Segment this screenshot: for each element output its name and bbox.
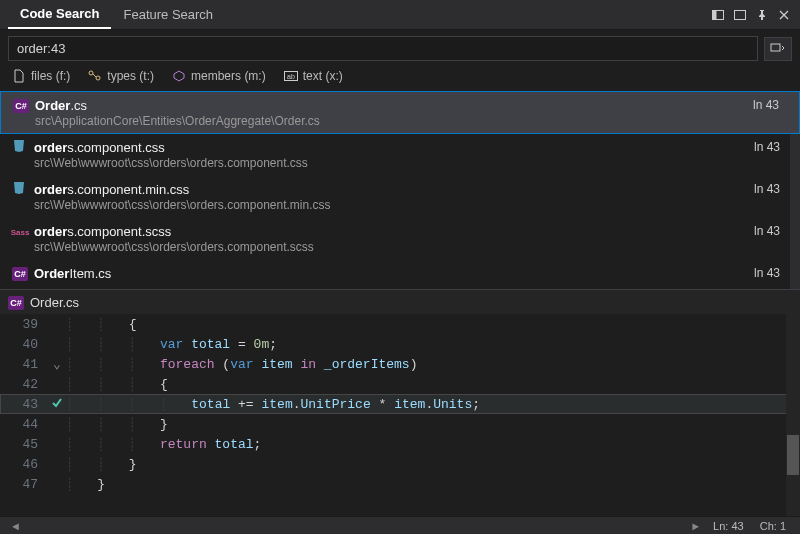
tab-feature-search[interactable]: Feature Search	[111, 1, 225, 28]
result-path: src\Web\wwwroot\css\orders\orders.compon…	[34, 156, 788, 170]
code-line[interactable]: 47┊ }	[0, 474, 800, 494]
scss-icon: Sass	[12, 223, 28, 239]
result-line-number: ln 43	[753, 98, 779, 112]
csharp-icon: C#	[12, 265, 28, 281]
search-options-dropdown[interactable]	[764, 37, 792, 61]
line-number: 43	[0, 397, 48, 412]
minimap-scrollbar[interactable]	[786, 314, 800, 516]
status-char: Ch: 1	[752, 520, 794, 532]
members-icon	[172, 69, 186, 83]
result-line-number: ln 43	[754, 140, 780, 154]
code-editor[interactable]: 39┊ ┊ {40┊ ┊ ┊ var total = 0m;41⌄┊ ┊ ┊ f…	[0, 314, 800, 516]
searchbar	[0, 30, 800, 65]
result-path: src\ApplicationCore\Entities\OrderAggreg…	[35, 114, 787, 128]
code-text: }	[129, 457, 800, 472]
filter-text[interactable]: ab text (x:)	[284, 69, 343, 83]
nav-back-icon[interactable]: ◄	[6, 520, 25, 532]
result-item[interactable]: orders.component.min.csssrc\Web\wwwroot\…	[0, 176, 800, 218]
code-preview-header: C# Order.cs	[0, 289, 800, 314]
search-input[interactable]	[8, 36, 758, 61]
filter-row: files (f:) types (t:) members (m:) ab te…	[0, 65, 800, 91]
code-line[interactable]: 41⌄┊ ┊ ┊ foreach (var item in _orderItem…	[0, 354, 800, 374]
result-item[interactable]: C#OrderItem.csln 43	[0, 260, 800, 287]
result-line-number: ln 43	[754, 266, 780, 280]
code-text: }	[97, 477, 800, 492]
file-icon	[12, 69, 26, 83]
filter-members-label: members (m:)	[191, 69, 266, 83]
code-preview-filename: Order.cs	[30, 295, 79, 310]
css-icon	[12, 181, 28, 197]
line-number: 42	[0, 377, 48, 392]
code-text: {	[160, 377, 800, 392]
window-dock-icon[interactable]	[732, 8, 748, 22]
code-text: foreach (var item in _orderItems)	[160, 357, 800, 372]
results-list: C#Order.cssrc\ApplicationCore\Entities\O…	[0, 91, 800, 289]
fold-gutter[interactable]: ⌄	[48, 356, 66, 372]
line-number: 47	[0, 477, 48, 492]
result-line-number: ln 43	[754, 224, 780, 238]
svg-point-4	[89, 71, 93, 75]
filter-types-label: types (t:)	[107, 69, 154, 83]
code-line[interactable]: 40┊ ┊ ┊ var total = 0m;	[0, 334, 800, 354]
result-filename: Order.cs	[35, 98, 87, 113]
code-line[interactable]: 43┊ ┊ ┊ ┊ total += item.UnitPrice * item…	[0, 394, 800, 414]
code-text: }	[160, 417, 800, 432]
nav-forward-icon[interactable]: ►	[686, 520, 705, 532]
csharp-icon: C#	[8, 294, 24, 310]
svg-rect-2	[735, 10, 746, 19]
code-line[interactable]: 46┊ ┊ }	[0, 454, 800, 474]
types-icon	[88, 69, 102, 83]
text-icon: ab	[284, 69, 298, 83]
line-number: 46	[0, 457, 48, 472]
filter-files-label: files (f:)	[31, 69, 70, 83]
result-filename: orders.component.scss	[34, 224, 171, 239]
code-line[interactable]: 42┊ ┊ ┊ {	[0, 374, 800, 394]
result-item[interactable]: C#Order.cssrc\ApplicationCore\Entities\O…	[0, 91, 800, 134]
result-filename: orders.component.css	[34, 140, 165, 155]
result-line-number: ln 43	[754, 182, 780, 196]
code-text: {	[129, 317, 800, 332]
csharp-icon: C#	[13, 97, 29, 113]
result-filename: orders.component.min.css	[34, 182, 189, 197]
result-path: src\Web\wwwroot\css\orders\orders.compon…	[34, 198, 788, 212]
code-line[interactable]: 44┊ ┊ ┊ }	[0, 414, 800, 434]
line-number: 45	[0, 437, 48, 452]
svg-text:ab: ab	[287, 73, 295, 80]
filter-files[interactable]: files (f:)	[12, 69, 70, 83]
fold-gutter[interactable]	[48, 396, 66, 412]
filter-types[interactable]: types (t:)	[88, 69, 154, 83]
line-number: 44	[0, 417, 48, 432]
filter-members[interactable]: members (m:)	[172, 69, 266, 83]
line-number: 39	[0, 317, 48, 332]
code-text: var total = 0m;	[160, 337, 800, 352]
line-number: 40	[0, 337, 48, 352]
close-icon[interactable]	[776, 8, 792, 22]
status-line: Ln: 43	[705, 520, 752, 532]
svg-rect-1	[713, 10, 717, 19]
code-line[interactable]: 45┊ ┊ ┊ return total;	[0, 434, 800, 454]
line-number: 41	[0, 357, 48, 372]
code-text: total += item.UnitPrice * item.Units;	[191, 397, 800, 412]
tab-code-search[interactable]: Code Search	[8, 0, 111, 29]
code-line[interactable]: 39┊ ┊ {	[0, 314, 800, 334]
result-filename: OrderItem.cs	[34, 266, 111, 281]
css-icon	[12, 139, 28, 155]
code-text: return total;	[160, 437, 800, 452]
filter-text-label: text (x:)	[303, 69, 343, 83]
result-item[interactable]: Sassorders.component.scsssrc\Web\wwwroot…	[0, 218, 800, 260]
statusbar: ◄ ► Ln: 43 Ch: 1	[0, 516, 800, 534]
svg-rect-3	[771, 44, 780, 51]
window-dock-left-icon[interactable]	[710, 8, 726, 22]
result-path: src\Web\wwwroot\css\orders\orders.compon…	[34, 240, 788, 254]
svg-point-5	[96, 76, 100, 80]
result-item[interactable]: orders.component.csssrc\Web\wwwroot\css\…	[0, 134, 800, 176]
pin-icon[interactable]	[754, 8, 770, 22]
window-controls	[710, 8, 792, 22]
titlebar: Code Search Feature Search	[0, 0, 800, 30]
